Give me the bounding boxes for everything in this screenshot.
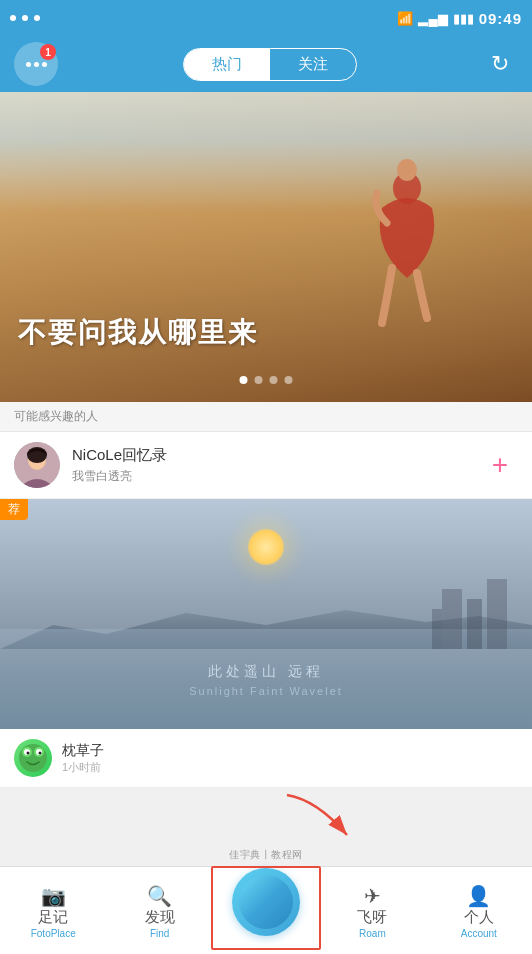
hero-figure [362,158,452,342]
svg-point-14 [27,752,30,755]
post-meta: 枕草子 1小时前 [62,742,518,775]
nav-fotoplace[interactable]: 📷 足记 FotoPlace [0,867,106,954]
find-label-en: Find [150,928,169,939]
account-label-en: Account [461,928,497,939]
status-time: 09:49 [479,10,522,27]
find-label-zh: 发现 [145,908,175,927]
post-tag: 荐 [0,499,28,520]
user-card: NiCoLe回忆录 我雪白透亮 + [0,432,532,499]
svg-rect-8 [432,609,442,649]
user-info: NiCoLe回忆录 我雪白透亮 [72,446,482,485]
roam-label-zh: 飞呀 [357,908,387,927]
bottom-nav: 📷 足记 FotoPlace 🔍 发现 Find ✈ 飞呀 Roam 👤 个人 … [0,866,532,954]
menu-dots [26,62,47,67]
hero-dots [240,376,293,384]
red-arrow-annotation [277,790,357,854]
refresh-button[interactable]: ↻ [482,46,518,82]
hero-dot-4[interactable] [285,376,293,384]
hero-dot-3[interactable] [270,376,278,384]
user-avatar [14,442,60,488]
nav-account[interactable]: 👤 个人 Account [426,867,532,954]
svg-point-9 [19,744,47,772]
hero-dot-1[interactable] [240,376,248,384]
post-username: 枕草子 [62,742,518,760]
wifi-icon: 📶 [397,11,413,26]
tab-group: 热门 关注 [183,48,357,81]
svg-point-15 [39,752,42,755]
post-footer: 枕草子 1小时前 [0,729,532,788]
svg-rect-7 [487,579,507,649]
hero-title: 不要问我从哪里来 [18,314,258,352]
status-bar: 📶 ▂▄▆ ▮▮▮ 09:49 [0,0,532,36]
post-captions: 此处遥山 远程 Sunlight Faint Wavelet [0,663,532,697]
roam-icon: ✈ [364,884,381,908]
find-icon: 🔍 [147,884,172,908]
post-time: 1小时前 [62,760,518,775]
watermark: 佳宇典丨教程网 [229,848,303,862]
post-author-avatar [14,739,52,777]
suggested-section-label: 可能感兴趣的人 [0,402,532,432]
account-label-zh: 个人 [464,908,494,927]
moon-circle [248,529,284,565]
account-icon: 👤 [466,884,491,908]
battery-icon: ▮▮▮ [453,11,474,26]
post-image: 此处遥山 远程 Sunlight Faint Wavelet [0,499,532,729]
nav-roam[interactable]: ✈ 飞呀 Roam [319,867,425,954]
svg-rect-6 [467,599,482,649]
user-desc: 我雪白透亮 [72,468,482,485]
hero-dot-2[interactable] [255,376,263,384]
fotoplace-icon: 📷 [41,884,66,908]
status-left [10,15,40,21]
svg-point-1 [397,159,417,181]
svg-rect-5 [442,589,462,649]
nav-center[interactable] [213,867,319,954]
hero-sky [0,92,532,212]
follow-button[interactable]: + [482,451,518,479]
roam-label-en: Roam [359,928,386,939]
status-bar-right: 📶 ▂▄▆ ▮▮▮ 09:49 [397,10,522,27]
center-circle-button[interactable] [232,868,300,936]
post-caption-sub: Sunlight Faint Wavelet [0,685,532,697]
tab-follow[interactable]: 关注 [270,49,356,80]
user-name: NiCoLe回忆录 [72,446,482,465]
fotoplace-label-en: FotoPlace [31,928,76,939]
nav-bar: 1 热门 关注 ↻ [0,36,532,92]
notification-badge: 1 [40,44,56,60]
center-circle-inner [239,875,293,929]
buildings [432,569,512,649]
signal-icon: ▂▄▆ [418,11,447,26]
tab-hot[interactable]: 热门 [184,49,270,80]
fotoplace-label-zh: 足记 [38,908,68,927]
content-post: 荐 此处遥山 远程 Sunlight Faint Wavelet [0,499,532,729]
menu-button[interactable]: 1 [14,42,58,86]
nav-find[interactable]: 🔍 发现 Find [106,867,212,954]
hero-banner: 不要问我从哪里来 [0,92,532,402]
post-caption-main: 此处遥山 远程 [0,663,532,681]
